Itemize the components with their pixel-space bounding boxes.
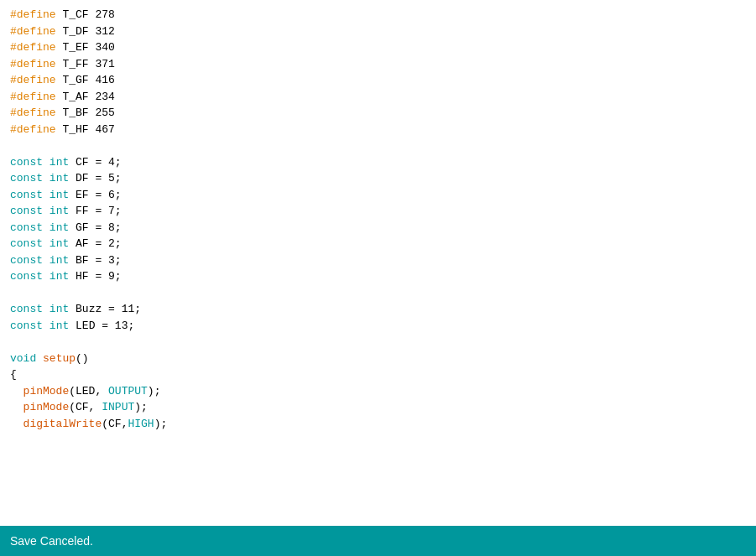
code-text [43,303,50,315]
code-text: FF = 7; [69,205,121,217]
code-line-blank [10,138,746,154]
code-line: void setup() [10,351,746,367]
pinmode-function: pinMode [23,385,70,398]
status-bar: Save Canceled. [0,526,756,556]
int-keyword: int [50,270,69,283]
const-keyword: const [10,221,43,234]
code-line: const int HF = 9; [10,268,746,285]
int-keyword: int [50,320,69,332]
code-line: const int DF = 5; [10,170,746,187]
code-text [43,221,50,234]
const-keyword: const [10,254,43,267]
setup-function: setup [43,352,76,365]
code-text: T_DF 312 [56,25,115,38]
code-text: GF = 8; [69,221,121,234]
const-keyword: const [10,156,43,169]
code-line: { [10,366,746,383]
int-keyword: int [50,172,69,184]
code-line: pinMode(LED, OUTPUT); [10,383,746,400]
code-text: (LED, [69,385,108,398]
code-text: { [10,368,17,381]
int-keyword: int [50,254,69,267]
void-keyword: void [10,352,36,365]
code-text: AF = 2; [69,237,121,250]
code-text: EF = 6; [69,189,121,201]
int-keyword: int [50,189,69,201]
code-text [43,237,50,250]
digitalwrite-function: digitalWrite [23,418,102,430]
int-keyword: int [50,221,69,234]
code-text: ); [154,418,168,430]
code-line: #define T_AF 234 [10,89,746,106]
define-keyword: #define [10,74,56,86]
code-text [36,352,43,365]
code-line: const int GF = 8; [10,220,746,236]
code-line: const int CF = 4; [10,154,746,171]
code-text: LED = 13; [69,320,134,332]
code-text [43,156,50,169]
code-line-blank [10,285,746,302]
code-text: ); [134,401,148,413]
code-line: #define T_HF 467 [10,122,746,138]
define-keyword: #define [10,8,56,21]
const-keyword: const [10,189,43,201]
int-keyword: int [50,205,69,217]
define-keyword: #define [10,91,56,103]
code-line: const int LED = 13; [10,318,746,335]
code-line: #define T_DF 312 [10,23,746,40]
code-text [10,401,23,413]
define-keyword: #define [10,25,56,38]
const-keyword: const [10,237,43,250]
code-text: (CF, [69,401,102,413]
high-keyword: HIGH [128,418,154,430]
pinmode-function: pinMode [23,401,70,413]
const-keyword: const [10,205,43,217]
input-keyword: INPUT [102,401,134,413]
int-keyword: int [50,303,69,315]
int-keyword: int [50,237,69,250]
code-line: const int FF = 7; [10,203,746,220]
code-text: T_AF 234 [56,91,115,103]
code-text: Buzz = 11; [69,303,141,315]
code-text: ); [148,385,161,398]
code-text: (CF, [102,418,128,430]
code-text: T_FF 371 [56,58,115,70]
code-text: T_HF 467 [56,123,115,136]
code-text: DF = 5; [69,172,121,184]
define-keyword: #define [10,107,56,119]
const-keyword: const [10,320,43,332]
define-keyword: #define [10,41,56,54]
code-line: pinMode(CF, INPUT); [10,399,746,416]
code-text [43,270,50,283]
code-text: T_GF 416 [56,74,115,86]
output-keyword: OUTPUT [108,385,148,398]
code-text: T_EF 340 [56,41,115,54]
define-keyword: #define [10,123,56,136]
code-text [43,254,50,267]
code-editor: #define T_CF 278 #define T_DF 312 #defin… [0,0,756,526]
code-text: CF = 4; [69,156,121,169]
code-line: digitalWrite(CF,HIGH); [10,416,746,433]
const-keyword: const [10,303,43,315]
code-text: () [76,352,89,365]
code-line: #define T_CF 278 [10,7,746,23]
code-line-blank [10,334,746,351]
const-keyword: const [10,172,43,184]
code-text [43,189,50,201]
code-text [43,205,50,217]
code-line: #define T_GF 416 [10,72,746,89]
code-text [43,172,50,184]
int-keyword: int [50,156,69,169]
code-line: #define T_FF 371 [10,56,746,73]
code-text: BF = 3; [69,254,121,267]
code-text: T_BF 255 [56,107,115,119]
code-line: #define T_BF 255 [10,105,746,122]
const-keyword: const [10,270,43,283]
define-keyword: #define [10,58,56,70]
code-text [10,385,23,398]
code-line: #define T_EF 340 [10,39,746,56]
code-text: HF = 9; [69,270,121,283]
code-line: const int EF = 6; [10,187,746,204]
code-text: T_CF 278 [56,8,115,21]
code-text [10,418,23,430]
